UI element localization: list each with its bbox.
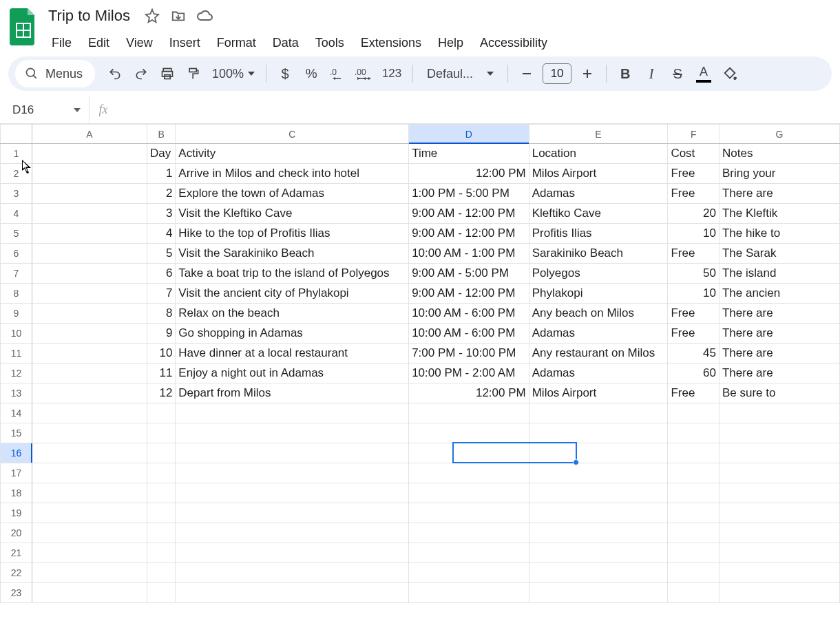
- row-header-21[interactable]: 21: [1, 543, 32, 563]
- cell-A9[interactable]: [32, 304, 147, 324]
- cell-G8[interactable]: The ancien: [719, 284, 839, 304]
- cell-E3[interactable]: Adamas: [529, 184, 668, 204]
- cell-F16[interactable]: [668, 443, 720, 463]
- cell-A6[interactable]: [32, 244, 147, 264]
- cell-B11[interactable]: 10: [147, 344, 176, 364]
- cell-C3[interactable]: Explore the town of Adamas: [176, 184, 409, 204]
- menu-view[interactable]: View: [118, 32, 160, 54]
- menu-format[interactable]: Format: [209, 32, 264, 54]
- cell-C18[interactable]: [176, 483, 409, 503]
- bold-button[interactable]: B: [613, 62, 637, 85]
- paint-format-button[interactable]: [182, 62, 205, 85]
- cell-G6[interactable]: The Sarak: [719, 244, 839, 264]
- cell-G3[interactable]: There are: [719, 184, 839, 204]
- menu-extensions[interactable]: Extensions: [353, 32, 429, 54]
- cell-C13[interactable]: Depart from Milos: [176, 383, 409, 403]
- decrease-decimal-button[interactable]: .0: [326, 62, 349, 85]
- menu-accessibility[interactable]: Accessibility: [472, 32, 555, 54]
- cell-D13[interactable]: 12:00 PM: [409, 383, 529, 403]
- cell-B21[interactable]: [147, 543, 176, 563]
- cell-D2[interactable]: 12:00 PM: [409, 164, 529, 184]
- cell-E18[interactable]: [529, 483, 668, 503]
- cell-B8[interactable]: 7: [147, 284, 176, 304]
- cell-G11[interactable]: There are: [719, 344, 839, 364]
- cell-D1[interactable]: Time: [409, 144, 529, 164]
- row-header-17[interactable]: 17: [1, 463, 32, 483]
- menu-data[interactable]: Data: [265, 32, 306, 54]
- cell-A4[interactable]: [32, 204, 147, 224]
- cell-F22[interactable]: [668, 563, 720, 583]
- row-header-20[interactable]: 20: [1, 523, 32, 543]
- cell-B3[interactable]: 2: [147, 184, 176, 204]
- cell-C14[interactable]: [176, 403, 409, 423]
- cell-C4[interactable]: Visit the Kleftiko Cave: [176, 204, 409, 224]
- row-header-6[interactable]: 6: [1, 244, 32, 264]
- row-header-8[interactable]: 8: [1, 284, 32, 304]
- cell-D6[interactable]: 10:00 AM - 1:00 PM: [409, 244, 529, 264]
- cell-A19[interactable]: [32, 503, 147, 523]
- row-header-5[interactable]: 5: [1, 224, 32, 244]
- cell-B20[interactable]: [147, 523, 176, 543]
- cell-D10[interactable]: 10:00 AM - 6:00 PM: [409, 324, 529, 344]
- cell-F7[interactable]: 50: [668, 264, 720, 284]
- cell-D14[interactable]: [409, 403, 529, 423]
- fill-handle[interactable]: [573, 459, 579, 465]
- cell-G23[interactable]: [719, 583, 839, 603]
- cell-F17[interactable]: [668, 463, 720, 483]
- cell-E9[interactable]: Any beach on Milos: [529, 304, 668, 324]
- cell-G14[interactable]: [719, 403, 839, 423]
- cell-F10[interactable]: Free: [668, 324, 720, 344]
- cell-G17[interactable]: [719, 463, 839, 483]
- cell-C20[interactable]: [176, 523, 409, 543]
- strikethrough-button[interactable]: S: [666, 62, 689, 85]
- cell-E1[interactable]: Location: [529, 144, 668, 164]
- redo-button[interactable]: [129, 62, 153, 85]
- move-icon[interactable]: [170, 8, 187, 24]
- cell-E10[interactable]: Adamas: [529, 324, 668, 344]
- cell-C7[interactable]: Take a boat trip to the island of Polyeg…: [176, 264, 409, 284]
- cell-D8[interactable]: 9:00 AM - 12:00 PM: [409, 284, 529, 304]
- cell-F1[interactable]: Cost: [668, 144, 720, 164]
- column-header-C[interactable]: C: [176, 125, 409, 144]
- cell-B13[interactable]: 12: [147, 383, 176, 403]
- cell-G9[interactable]: There are: [719, 304, 839, 324]
- row-header-4[interactable]: 4: [1, 204, 32, 224]
- cell-B2[interactable]: 1: [147, 164, 176, 184]
- cell-E16[interactable]: [529, 443, 668, 463]
- spreadsheet-grid[interactable]: ABCDEFG1DayActivityTimeLocationCostNotes…: [0, 124, 840, 621]
- cell-G12[interactable]: There are: [719, 364, 839, 383]
- cell-F23[interactable]: [668, 583, 720, 603]
- cell-A23[interactable]: [32, 583, 147, 603]
- cell-B6[interactable]: 5: [147, 244, 176, 264]
- cell-G20[interactable]: [719, 523, 839, 543]
- cell-B18[interactable]: [147, 483, 176, 503]
- cell-A21[interactable]: [32, 543, 147, 563]
- cell-A15[interactable]: [32, 423, 147, 443]
- font-family-select[interactable]: Defaul...: [420, 67, 501, 81]
- cell-D17[interactable]: [409, 463, 529, 483]
- cell-B16[interactable]: [147, 443, 176, 463]
- cell-G18[interactable]: [719, 483, 839, 503]
- cell-E2[interactable]: Milos Airport: [529, 164, 668, 184]
- row-header-14[interactable]: 14: [1, 403, 32, 423]
- menu-file[interactable]: File: [44, 32, 79, 54]
- cell-E22[interactable]: [529, 563, 668, 583]
- cell-G13[interactable]: Be sure to: [719, 383, 839, 403]
- row-header-18[interactable]: 18: [1, 483, 32, 503]
- cell-C19[interactable]: [176, 503, 409, 523]
- cell-A12[interactable]: [32, 364, 147, 383]
- cell-A13[interactable]: [32, 383, 147, 403]
- font-size-input[interactable]: 10: [543, 63, 571, 84]
- menu-edit[interactable]: Edit: [81, 32, 117, 54]
- cloud-status-icon[interactable]: [196, 8, 213, 24]
- cell-G4[interactable]: The Kleftik: [719, 204, 839, 224]
- cell-C22[interactable]: [176, 563, 409, 583]
- cell-F20[interactable]: [668, 523, 720, 543]
- select-all-corner[interactable]: [1, 125, 32, 144]
- cell-D5[interactable]: 9:00 AM - 12:00 PM: [409, 224, 529, 244]
- row-header-9[interactable]: 9: [1, 304, 32, 324]
- cell-F9[interactable]: Free: [668, 304, 720, 324]
- cell-E12[interactable]: Adamas: [529, 364, 668, 383]
- column-header-E[interactable]: E: [529, 125, 668, 144]
- cell-E17[interactable]: [529, 463, 668, 483]
